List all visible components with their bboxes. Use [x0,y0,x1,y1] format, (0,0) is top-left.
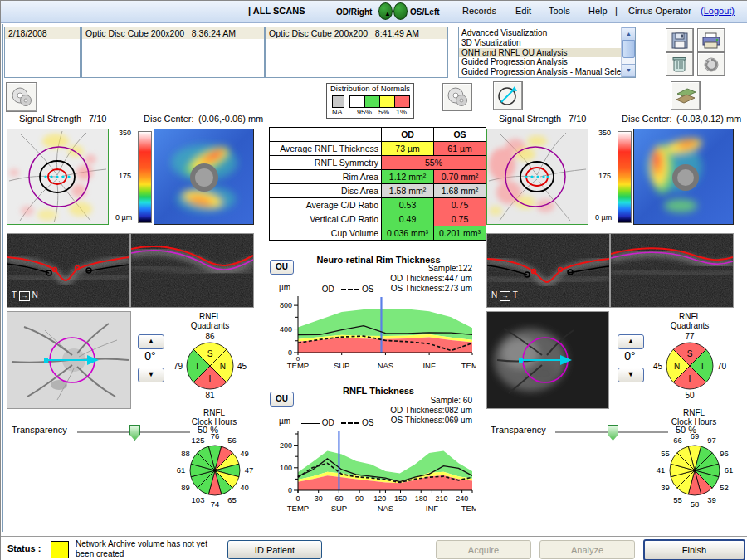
od-line-sample [301,423,320,424]
od-rotate-down-button[interactable]: ▼ [138,368,164,382]
direction-arrow-icon: → [500,291,510,301]
refresh-button[interactable] [697,52,725,76]
svg-text:55: 55 [673,495,682,504]
rim-legend: OD OS [301,285,374,294]
svg-text:T: T [195,362,200,371]
rnfl-thickness-chart[interactable]: 01002000306090120150180210240TEMPSUPNASI… [273,427,476,517]
svg-text:61: 61 [725,465,734,475]
operator-name: Cirrus Operator [628,6,691,16]
rim-od-thickness: OD Thickness:447 um [333,274,472,283]
analysis-list-item[interactable]: Guided Progression Analysis - Manual Sel… [459,67,622,77]
svg-text:39: 39 [707,495,716,504]
svg-text:120: 120 [374,494,386,503]
laterality-pointer-icon: ▲ [384,10,391,17]
p5-swatch [379,95,395,108]
menu-tools[interactable]: Tools [549,6,570,16]
os-value: 1.68 mm² [434,184,486,198]
left-edge-divider [2,24,3,532]
os-signal-strength-label: Signal Strength [499,114,561,124]
os-scan-entry[interactable]: Optic Disc Cube 200x200 8:41:49 AM [266,27,447,39]
analysis-list-item[interactable]: Advanced Visualization [459,28,622,38]
od-quadrant-superior-value: 86 [193,332,227,341]
od-scan-entry[interactable]: Optic Disc Cube 200x200 8:36:24 AM [82,27,264,39]
status-label: Status : [7,543,41,553]
row-label: Disc Area [270,184,382,198]
scroll-thumb[interactable] [622,40,635,58]
od-scan-panel: Optic Disc Cube 200x200 8:36:24 AM [81,27,265,78]
od-rotate-up-button[interactable]: ▲ [138,334,164,349]
svg-text:55: 55 [661,449,670,458]
os-bscan-orientation: N → T [491,290,518,301]
save-button[interactable] [666,28,694,52]
svg-text:S: S [687,349,693,358]
analyze-button[interactable]: Analyze [540,540,635,559]
status-bar: Status : Network Archive volume has not … [1,536,747,560]
od-bscan-orientation: T → N [12,290,38,301]
svg-text:49: 49 [240,449,249,458]
os-scan-panel: Optic Disc Cube 200x200 8:41:49 AM [265,27,448,78]
scroll-up-icon[interactable]: ▲ [622,27,636,41]
logout-link[interactable]: (Logout) [701,6,735,16]
na-swatch [332,95,344,108]
svg-text:66: 66 [673,436,682,445]
status-message-line1: Network Archive volume has not yet [76,539,208,548]
od-right-label: OD/Right [336,7,372,17]
rnfl-od-thickness: OD Thickness:082 um [333,406,472,415]
scroll-down-icon[interactable]: ▼ [622,64,636,77]
od-scale-min: 0 µm [115,213,132,222]
os-rotate-up-button[interactable]: ▲ [618,334,644,349]
os-report-button[interactable] [442,83,472,111]
svg-text:N: N [674,362,680,371]
svg-text:70: 70 [717,362,727,371]
menu-edit[interactable]: Edit [515,6,531,16]
date-panel: 2/18/2008 [4,27,81,78]
svg-text:N: N [220,362,226,371]
finish-button[interactable]: Finish [643,539,745,560]
svg-text:69: 69 [691,431,700,441]
exam-date[interactable]: 2/18/2008 [5,27,80,39]
menu-help[interactable]: Help [588,6,608,16]
analysis-scrollbar[interactable]: ▲ ▼ [621,27,635,77]
rnfl-legend: OD OS [301,418,374,427]
id-patient-button[interactable]: ID Patient [227,540,322,559]
svg-text:400: 400 [280,325,292,334]
os-value: 0.201 mm³ [434,226,486,241]
svg-text:39: 39 [661,483,670,492]
os-quadrants-title: RNFLQuadrants [657,312,723,330]
os-disc-center-label: Disc Center: [622,114,672,124]
od-quadrants-title: RNFLQuadrants [177,312,243,330]
od-report-button[interactable] [6,82,37,112]
os-transparency-thumb[interactable] [608,425,618,441]
delete-button[interactable] [666,52,694,76]
analysis-list-item[interactable]: ONH and RNFL OU Analysis [459,48,622,58]
svg-text:125: 125 [192,436,205,445]
analysis-list-item[interactable]: 3D Visualization [459,38,622,48]
svg-text:150: 150 [394,494,407,503]
os-quadrant-superior-value: 77 [673,332,706,341]
rnfl-sample-label: Sample: 60 [333,396,472,405]
od-scale-max: 350 [119,129,131,137]
rim-thickness-chart[interactable]: 04008000TEMPSUPNASINFTEMP [273,295,476,374]
os-signal-strength-value: 7/10 [569,114,586,124]
od-transparency-thumb[interactable] [129,425,140,441]
od-rotation-angle: 0° [136,349,164,363]
print-button[interactable] [697,28,725,52]
measure-tool-button[interactable] [493,81,523,110]
svg-text:0: 0 [295,494,300,503]
svg-text:45: 45 [237,362,247,371]
analysis-listbox[interactable]: Advanced Visualization3D VisualizationON… [458,27,636,78]
svg-text:TEMP: TEMP [461,504,476,513]
menu-records[interactable]: Records [462,6,496,16]
layers-tool-button[interactable] [671,81,701,110]
os-scale-min: 0 µm [595,213,612,222]
svg-text:76: 76 [211,431,220,441]
svg-text:0: 0 [288,348,292,357]
svg-text:88: 88 [181,449,190,458]
row-label: Average RNFL Thickness [270,142,382,156]
acquire-button[interactable]: Acquire [436,540,531,559]
all-scans-label: | ALL SCANS [248,6,305,16]
od-horizontal-bscan: T → N [7,233,130,308]
status-color-swatch [51,541,69,558]
os-rotate-down-button[interactable]: ▼ [618,368,644,382]
analysis-list-item[interactable]: Guided Progression Analysis [459,57,622,67]
